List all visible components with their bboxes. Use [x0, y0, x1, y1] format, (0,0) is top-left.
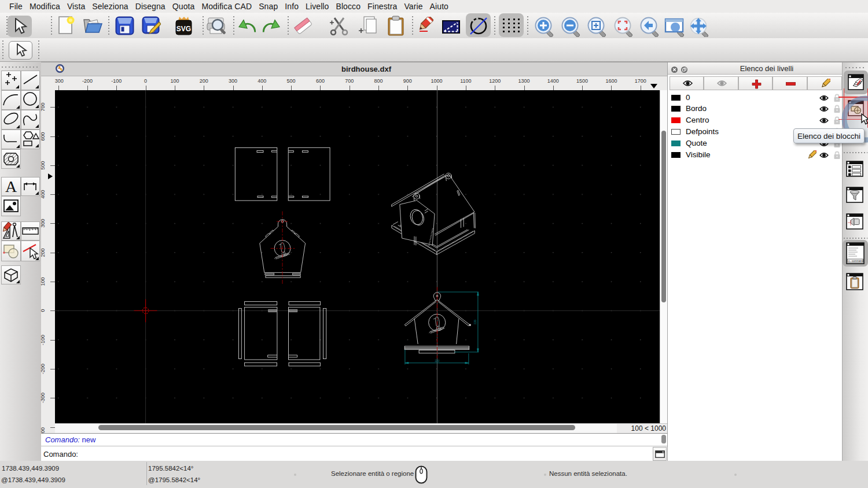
- svg-text:A: A: [5, 178, 17, 195]
- svg-text:SVG: SVG: [176, 25, 191, 33]
- svg-text:c.. command: c.. command: [848, 260, 863, 263]
- svg-text:220: 220: [435, 360, 439, 363]
- svg-text:228: 228: [474, 320, 477, 324]
